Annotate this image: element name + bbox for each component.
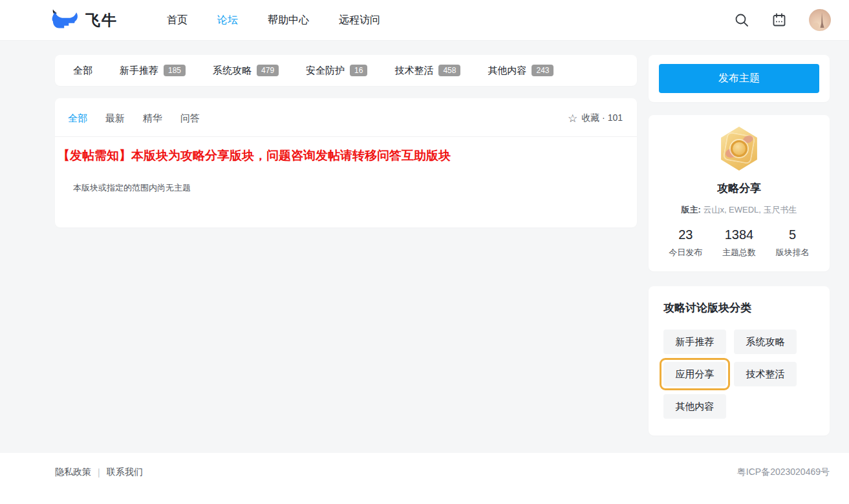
filter-row: 全部 最新 精华 问答 ☆ 收藏 · 101: [55, 109, 637, 128]
nav-item-remote-access[interactable]: 远程访问: [339, 14, 380, 27]
nav-item-help-center[interactable]: 帮助中心: [268, 14, 309, 27]
subforum-button-other[interactable]: 其他内容: [663, 394, 726, 419]
category-tab-bar: 全部 新手推荐 185 系统攻略 479 安全防护 16 技术整活 458: [55, 55, 637, 86]
forum-stats: 23 今日发布 1384 主题总数 5 版块排名: [659, 227, 819, 258]
count-badge: 185: [164, 65, 186, 76]
favorite-button[interactable]: ☆ 收藏 · 101: [568, 112, 623, 124]
logo-text: 飞牛: [85, 10, 118, 30]
moderator-names[interactable]: 云山x, EWEDL, 玉尺书生: [703, 205, 797, 215]
icp-record-link[interactable]: 粤ICP备2023020469号: [737, 467, 830, 478]
privacy-policy-link[interactable]: 隐私政策: [55, 467, 91, 478]
subforum-category-card: 攻略讨论版块分类 新手推荐 系统攻略 应用分享 技术整活: [649, 286, 830, 436]
category-tab-tech[interactable]: 技术整活 458: [394, 65, 460, 77]
user-avatar[interactable]: [809, 9, 831, 31]
header: 飞牛 首页 论坛 帮助中心 远程访问: [0, 0, 849, 41]
forum-badge-icon: [719, 127, 759, 171]
post-topic-card: 发布主题: [649, 55, 830, 102]
pinned-notice-link[interactable]: 【发帖需知】本版块为攻略分享版块，问题咨询发帖请转移问答互助版块: [58, 149, 451, 162]
category-tab-other[interactable]: 其他内容 243: [488, 65, 553, 77]
subforum-category-title: 攻略讨论版块分类: [663, 300, 815, 315]
category-tab-security[interactable]: 安全防护 16: [306, 65, 367, 77]
star-icon: ☆: [568, 113, 577, 124]
count-badge: 479: [257, 65, 279, 76]
header-actions: [734, 9, 831, 31]
subforum-button-tech[interactable]: 技术整活: [734, 362, 797, 386]
nav-item-home[interactable]: 首页: [167, 14, 188, 27]
subforum-button-newbie[interactable]: 新手推荐: [663, 330, 726, 354]
subforum-button-system[interactable]: 系统攻略: [734, 330, 797, 354]
category-tab-newbie[interactable]: 新手推荐 185: [120, 65, 186, 77]
empty-state-text: 本版块或指定的范围内尚无主题: [55, 182, 637, 194]
filter-tab-featured[interactable]: 精华: [143, 112, 162, 125]
topic-list-card: 全部 最新 精华 问答 ☆ 收藏 · 101 【发帖需知】本版块为攻略分享版块，…: [55, 98, 637, 227]
stat-rank: 5 版块排名: [766, 227, 819, 258]
stat-today: 23 今日发布: [659, 227, 713, 258]
subforum-buttons: 新手推荐 系统攻略 应用分享 技术整活 其他内容: [663, 330, 815, 419]
subforum-button-app-share[interactable]: 应用分享: [663, 362, 726, 386]
stat-total-topics: 1384 主题总数: [713, 227, 766, 258]
footer: 隐私政策 | 联系我们 粤ICP备2023020469号: [0, 453, 849, 504]
category-tab-all[interactable]: 全部: [73, 65, 92, 77]
moderators-label: 版主:: [681, 205, 700, 215]
filter-tab-latest[interactable]: 最新: [105, 112, 125, 125]
calendar-icon[interactable]: [771, 12, 787, 28]
footer-separator: |: [98, 467, 100, 478]
sidebar: 发布主题 攻略分享 版主: 云山x, EWEDL, 玉尺书生 23: [649, 55, 830, 436]
forum-title: 攻略分享: [659, 181, 819, 196]
nav-item-forum[interactable]: 论坛: [217, 14, 238, 27]
count-badge: 243: [532, 65, 553, 76]
contact-us-link[interactable]: 联系我们: [107, 467, 143, 478]
count-badge: 458: [438, 65, 460, 76]
forum-info-panel: 攻略分享 版主: 云山x, EWEDL, 玉尺书生 23 今日发布 1384 主…: [649, 115, 830, 271]
count-badge: 16: [350, 65, 367, 76]
bull-logo-icon: [50, 9, 79, 31]
top-nav: 首页 论坛 帮助中心 远程访问: [167, 14, 380, 27]
logo[interactable]: 飞牛: [50, 9, 118, 31]
main-area: 全部 新手推荐 185 系统攻略 479 安全防护 16 技术整活 458: [0, 41, 849, 453]
footer-links: 隐私政策 | 联系我们: [55, 467, 143, 478]
filter-tab-qa[interactable]: 问答: [180, 112, 200, 125]
filter-tab-all[interactable]: 全部: [68, 112, 87, 125]
moderators-line: 版主: 云山x, EWEDL, 玉尺书生: [659, 204, 819, 216]
content-column: 全部 新手推荐 185 系统攻略 479 安全防护 16 技术整活 458: [55, 55, 637, 436]
post-topic-button[interactable]: 发布主题: [659, 64, 819, 93]
search-icon[interactable]: [734, 12, 749, 28]
category-tab-system[interactable]: 系统攻略 479: [213, 65, 279, 77]
